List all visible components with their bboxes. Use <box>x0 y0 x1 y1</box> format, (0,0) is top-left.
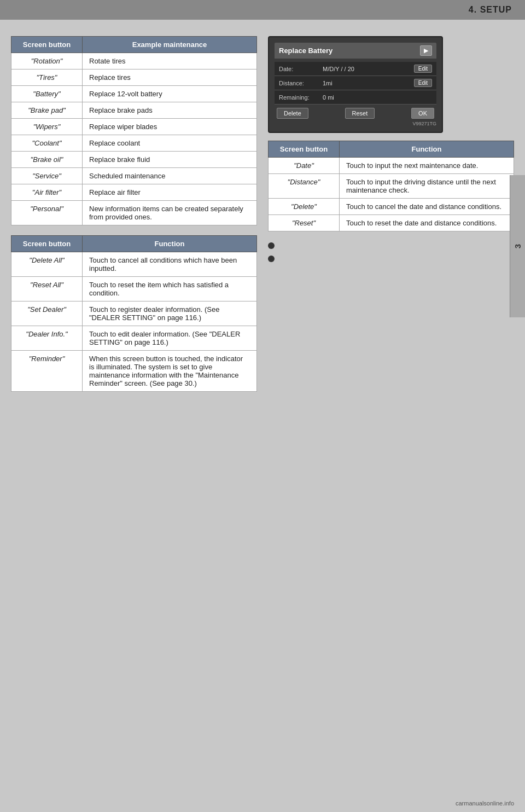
screen-title-bar: Replace Battery ▶ <box>275 43 436 59</box>
table1-header-button: Screen button <box>11 37 83 53</box>
table1-cell-button: "Personal" <box>11 201 83 225</box>
table1-cell-button: "Air filter" <box>11 184 83 201</box>
screen-row-value: 1mi <box>323 80 414 86</box>
table1-cell-button: "Wipers" <box>11 119 83 135</box>
table-row: "Delete" Touch to cancel the date and di… <box>269 199 514 215</box>
bullet-section <box>268 241 514 262</box>
table-row: "Reminder" When this screen button is to… <box>11 351 257 392</box>
screen-data-row: Distance: 1mi Edit <box>275 76 436 90</box>
table-row: "Delete All" Touch to cancel all conditi… <box>11 252 257 277</box>
screen-row-label: Distance: <box>279 80 323 86</box>
table-row: "Set Dealer" Touch to register dealer in… <box>11 301 257 326</box>
screen-row-label: Date: <box>279 66 323 72</box>
table-row: "Rotation" Rotate tires <box>11 53 257 69</box>
table-row: "Reset All" Touch to reset the item whic… <box>11 277 257 301</box>
table1-cell-example: Replace wiper blades <box>83 119 257 135</box>
bullet-item-2 <box>268 254 514 262</box>
table1-cell-button: "Service" <box>11 168 83 184</box>
table1-cell-button: "Battery" <box>11 86 83 102</box>
bullet-dot-2 <box>268 256 275 262</box>
table1-header-example: Example maintenance <box>83 37 257 53</box>
table2-cell-button: "Reminder" <box>11 351 83 392</box>
bullet-item-1 <box>268 241 514 249</box>
table-row: "Distance" Touch to input the driving di… <box>269 174 514 199</box>
right-column: Replace Battery ▶ Date: M/D/Y / / 20 Edi… <box>268 36 514 402</box>
table2-header-function: Function <box>83 236 257 252</box>
table1-cell-button: "Brake oil" <box>11 152 83 168</box>
table-row: "Brake pad" Replace brake pads <box>11 102 257 119</box>
table-screen-buttons: Screen button Example maintenance "Rotat… <box>11 36 257 225</box>
table1-cell-example: Scheduled maintenance <box>83 168 257 184</box>
table3-header-function: Function <box>340 141 514 158</box>
table-row: "Tires" Replace tires <box>11 69 257 86</box>
table1-cell-example: Replace tires <box>83 69 257 86</box>
table2-cell-function: Touch to edit dealer information. (See "… <box>83 326 257 351</box>
table-row: "Air filter" Replace air filter <box>11 184 257 201</box>
screen-ok-btn[interactable]: OK <box>411 108 434 119</box>
bullet-dot-1 <box>268 242 275 249</box>
table1-cell-button: "Brake pad" <box>11 102 83 119</box>
table-row: "Wipers" Replace wiper blades <box>11 119 257 135</box>
screen-delete-btn[interactable]: Delete <box>277 108 308 119</box>
page-title: 4. SETUP <box>469 5 512 15</box>
table1-cell-example: Replace coolant <box>83 135 257 152</box>
table2-cell-button: "Dealer Info." <box>11 326 83 351</box>
table-row: "Service" Scheduled maintenance <box>11 168 257 184</box>
screen-edit-btn[interactable]: Edit <box>414 65 432 73</box>
table2-cell-function: Touch to register dealer information. (S… <box>83 301 257 326</box>
table1-cell-button: "Coolant" <box>11 135 83 152</box>
table2-cell-function: Touch to reset the item which has satisf… <box>83 277 257 301</box>
table3-cell-button: "Reset" <box>269 215 340 231</box>
screen-title-text: Replace Battery <box>279 47 332 55</box>
side-tab-label: 3 <box>513 244 522 248</box>
table1-cell-button: "Tires" <box>11 69 83 86</box>
screen-caption: V99271TG <box>275 121 436 126</box>
table-row: "Brake oil" Replace brake fluid <box>11 152 257 168</box>
table3-cell-function: Touch to input the driving distance unti… <box>340 174 514 199</box>
screen-nav-btn[interactable]: ▶ <box>420 45 432 56</box>
screen-row-value: M/D/Y / / 20 <box>323 66 414 72</box>
table3-cell-function: Touch to input the next maintenance date… <box>340 158 514 174</box>
table-row: "Reset" Touch to reset the date and dist… <box>269 215 514 231</box>
table2-cell-function: Touch to cancel all conditions which hav… <box>83 252 257 277</box>
footer-watermark: carmanualsonline.info <box>456 800 514 807</box>
screen-reset-btn[interactable]: Reset <box>345 108 375 119</box>
table-date-functions: Screen button Function "Date" Touch to i… <box>268 141 514 231</box>
screen-data-row: Remaining: 0 mi <box>275 90 436 105</box>
table2-cell-button: "Delete All" <box>11 252 83 277</box>
left-column: Screen button Example maintenance "Rotat… <box>11 36 257 402</box>
table-row: "Personal" New information items can be … <box>11 201 257 225</box>
screen-bottom-row: Delete Reset OK <box>275 108 436 119</box>
table3-cell-function: Touch to reset the date and distance con… <box>340 215 514 231</box>
table1-cell-example: Replace 12-volt battery <box>83 86 257 102</box>
screen-row-label: Remaining: <box>279 94 323 101</box>
screen-data-row: Date: M/D/Y / / 20 Edit <box>275 62 436 76</box>
table3-header-button: Screen button <box>269 141 340 158</box>
table-functions: Screen button Function "Delete All" Touc… <box>11 235 257 392</box>
screen-edit-btn[interactable]: Edit <box>414 79 432 87</box>
screen-image: Replace Battery ▶ Date: M/D/Y / / 20 Edi… <box>268 36 443 133</box>
side-tab: 3 <box>510 175 525 317</box>
table1-cell-example: Rotate tires <box>83 53 257 69</box>
table3-cell-button: "Date" <box>269 158 340 174</box>
table1-cell-example: Replace air filter <box>83 184 257 201</box>
table2-cell-function: When this screen button is touched, the … <box>83 351 257 392</box>
table2-cell-button: "Reset All" <box>11 277 83 301</box>
table1-cell-example: Replace brake fluid <box>83 152 257 168</box>
table2-header-button: Screen button <box>11 236 83 252</box>
table-row: "Date" Touch to input the next maintenan… <box>269 158 514 174</box>
table3-cell-function: Touch to cancel the date and distance co… <box>340 199 514 215</box>
screen-row-value: 0 mi <box>323 94 432 101</box>
table-row: "Battery" Replace 12-volt battery <box>11 86 257 102</box>
table3-cell-button: "Distance" <box>269 174 340 199</box>
table2-cell-button: "Set Dealer" <box>11 301 83 326</box>
table3-cell-button: "Delete" <box>269 199 340 215</box>
header-bar: 4. SETUP <box>0 0 525 20</box>
table-row: "Dealer Info." Touch to edit dealer info… <box>11 326 257 351</box>
main-content: Screen button Example maintenance "Rotat… <box>0 20 525 413</box>
table-row: "Coolant" Replace coolant <box>11 135 257 152</box>
table1-cell-example: New information items can be created sep… <box>83 201 257 225</box>
table1-cell-button: "Rotation" <box>11 53 83 69</box>
table1-cell-example: Replace brake pads <box>83 102 257 119</box>
